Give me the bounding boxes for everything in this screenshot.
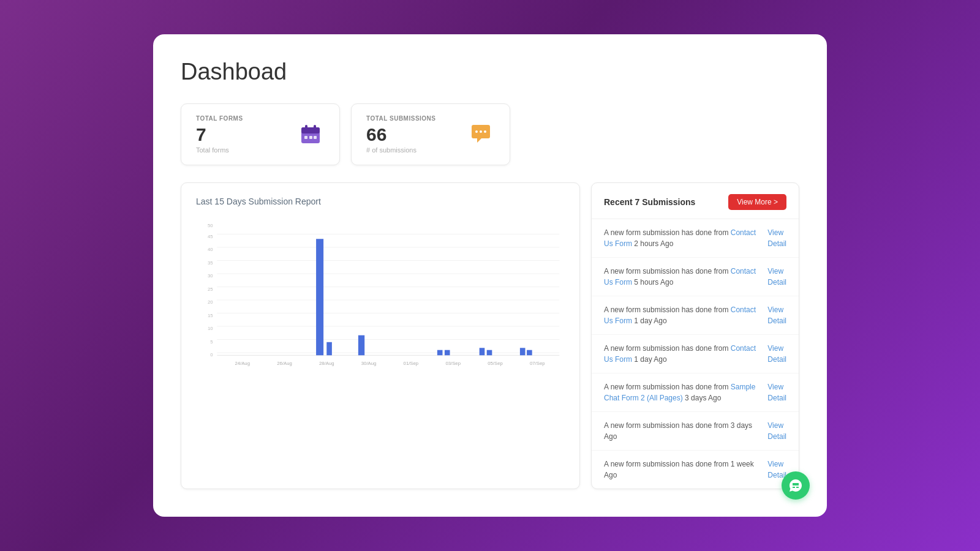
submissions-card: Recent 7 Submissions View More > A new f… xyxy=(591,182,799,489)
stats-row: TOTAL FORMS 7 Total forms TOTAL SUBMI xyxy=(181,103,799,165)
contact-us-form-link-4[interactable]: Contact Us Form xyxy=(604,344,756,364)
svg-text:40: 40 xyxy=(208,247,213,252)
chart-area: 0 5 10 15 20 25 30 35 40 45 50 xyxy=(196,217,565,383)
submission-text-3: A new form submission has done from Cont… xyxy=(604,304,761,326)
svg-text:35: 35 xyxy=(208,260,213,266)
submissions-header: Recent 7 Submissions View More > xyxy=(592,183,799,219)
svg-text:07/Sep: 07/Sep xyxy=(530,361,545,366)
view-detail-link-3[interactable]: ViewDetail xyxy=(767,304,786,326)
bar-29aug xyxy=(326,342,332,356)
svg-rect-2 xyxy=(305,125,307,130)
bar-07sep xyxy=(520,348,526,355)
total-submissions-label: TOTAL SUBMISSIONS xyxy=(366,115,436,122)
svg-rect-4 xyxy=(304,136,307,139)
svg-text:5: 5 xyxy=(210,339,213,345)
list-item: A new form submission has done from 3 da… xyxy=(592,412,799,451)
list-item: A new form submission has done from 1 we… xyxy=(592,451,799,489)
submission-text-5: A new form submission has done from Samp… xyxy=(604,381,761,403)
view-detail-link-5[interactable]: ViewDetail xyxy=(767,381,786,403)
view-detail-link-4[interactable]: ViewDetail xyxy=(767,343,786,365)
submission-text-6: A new form submission has done from 3 da… xyxy=(604,420,761,442)
svg-text:20: 20 xyxy=(208,299,213,305)
chat-bubble-icon xyxy=(467,121,495,149)
svg-rect-3 xyxy=(314,125,316,130)
svg-rect-6 xyxy=(314,136,317,139)
total-submissions-sublabel: # of submissions xyxy=(366,146,436,154)
view-detail-link-2[interactable]: ViewDetail xyxy=(767,266,786,288)
submission-text-1: A new form submission has done from Cont… xyxy=(604,227,761,249)
bar-28aug xyxy=(316,239,323,355)
submissions-title: Recent 7 Submissions xyxy=(604,197,695,207)
page-title: Dashboad xyxy=(181,59,799,85)
submission-text-7: A new form submission has done from 1 we… xyxy=(604,459,761,481)
list-item: A new form submission has done from Cont… xyxy=(592,219,799,258)
bar-07sep-b xyxy=(527,350,532,356)
svg-text:24/Aug: 24/Aug xyxy=(235,361,250,366)
bar-05sep xyxy=(480,348,485,355)
contact-us-form-link-1[interactable]: Contact Us Form xyxy=(604,228,756,248)
list-item: A new form submission has done from Cont… xyxy=(592,296,799,335)
total-submissions-info: TOTAL SUBMISSIONS 66 # of submissions xyxy=(366,115,436,154)
chat-fab-button[interactable] xyxy=(782,471,810,500)
submission-list: A new form submission has done from Cont… xyxy=(592,219,799,489)
total-forms-card: TOTAL FORMS 7 Total forms xyxy=(181,103,340,165)
total-submissions-value: 66 xyxy=(366,124,436,145)
submission-text-2: A new form submission has done from Cont… xyxy=(604,266,761,288)
calendar-icon xyxy=(296,121,325,149)
total-forms-label: TOTAL FORMS xyxy=(196,115,243,122)
svg-text:01/Sep: 01/Sep xyxy=(404,361,419,366)
chart-title: Last 15 Days Submission Report xyxy=(196,197,565,206)
svg-point-7 xyxy=(475,130,478,133)
svg-text:25: 25 xyxy=(208,287,213,292)
sample-chat-form-link[interactable]: Sample Chat Form 2 (All Pages) xyxy=(604,383,755,402)
view-detail-link-6[interactable]: ViewDetail xyxy=(767,420,786,442)
svg-text:50: 50 xyxy=(208,223,213,228)
view-detail-link-1[interactable]: ViewDetail xyxy=(767,227,786,249)
svg-text:26/Aug: 26/Aug xyxy=(277,361,292,366)
bar-03sep-b xyxy=(445,350,450,356)
svg-text:0: 0 xyxy=(210,352,213,358)
svg-text:45: 45 xyxy=(208,234,213,239)
svg-rect-5 xyxy=(309,136,312,139)
svg-text:03/Sep: 03/Sep xyxy=(445,361,461,366)
svg-text:10: 10 xyxy=(208,326,213,331)
total-submissions-card: TOTAL SUBMISSIONS 66 # of submissions xyxy=(351,103,510,165)
contact-us-form-link-3[interactable]: Contact Us Form xyxy=(604,305,756,325)
bar-30aug xyxy=(358,335,364,356)
chart-card: Last 15 Days Submission Report 0 xyxy=(181,182,580,489)
bar-chart: 0 5 10 15 20 25 30 35 40 45 50 xyxy=(196,217,565,383)
svg-text:05/Sep: 05/Sep xyxy=(488,361,503,366)
total-forms-value: 7 xyxy=(196,124,243,145)
total-forms-sublabel: Total forms xyxy=(196,146,243,154)
list-item: A new form submission has done from Samp… xyxy=(592,373,799,412)
total-forms-info: TOTAL FORMS 7 Total forms xyxy=(196,115,243,154)
svg-point-8 xyxy=(480,130,482,133)
chat-fab-icon xyxy=(788,478,803,493)
svg-point-9 xyxy=(484,130,486,133)
contact-us-form-link-2[interactable]: Contact Us Form xyxy=(604,267,756,287)
bar-05sep-b xyxy=(487,350,492,356)
submission-text-4: A new form submission has done from Cont… xyxy=(604,343,761,365)
content-row: Last 15 Days Submission Report 0 xyxy=(181,182,799,489)
svg-text:28/Aug: 28/Aug xyxy=(319,361,334,366)
bar-03sep-a xyxy=(437,350,443,356)
svg-rect-1 xyxy=(301,127,320,133)
list-item: A new form submission has done from Cont… xyxy=(592,258,799,296)
view-more-button[interactable]: View More > xyxy=(728,194,786,210)
svg-text:30/Aug: 30/Aug xyxy=(361,361,377,366)
list-item: A new form submission has done from Cont… xyxy=(592,335,799,373)
main-dashboard-card: Dashboad TOTAL FORMS 7 Total forms xyxy=(153,34,827,517)
svg-text:15: 15 xyxy=(208,313,213,318)
svg-text:30: 30 xyxy=(208,273,213,279)
